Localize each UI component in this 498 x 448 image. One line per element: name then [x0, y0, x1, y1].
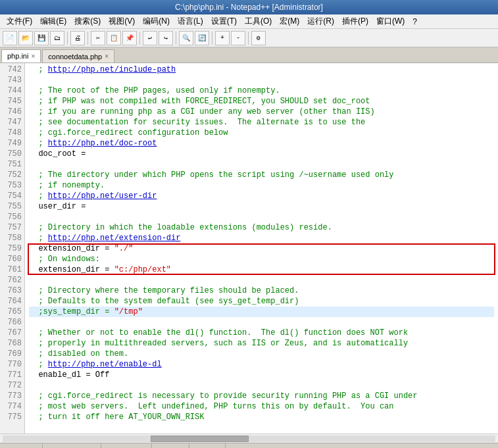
- line-number-767: 767: [3, 328, 22, 338]
- menu-item-运行(R)[interactable]: 运行(R): [303, 14, 338, 28]
- code-line-743: [29, 75, 494, 86]
- copy-btn[interactable]: 📋: [107, 31, 121, 45]
- menu-item-?[interactable]: ?: [409, 16, 421, 28]
- sep3: [139, 32, 140, 45]
- paste-btn[interactable]: 📌: [122, 31, 137, 45]
- menu-item-语言(L)[interactable]: 语言(L): [174, 14, 207, 28]
- status-bar: MS ini file length : 74,935 lines : 1,96…: [0, 443, 498, 448]
- code-line-750: doc_root =: [29, 149, 494, 159]
- scrollbar-thumb[interactable]: [151, 436, 249, 442]
- tab-tab1[interactable]: php.ini×: [1, 49, 41, 62]
- new-btn[interactable]: 📄: [3, 31, 17, 45]
- line-number-750: 750: [3, 149, 22, 159]
- sep6: [248, 32, 249, 45]
- code-area[interactable]: ; http://php.net/include-path ; The root…: [25, 63, 498, 434]
- scrollbar-track[interactable]: [3, 436, 495, 442]
- editor-container: 7427437447457467477487497507517527537547…: [0, 63, 498, 434]
- line-number-775: 775: [3, 412, 22, 422]
- redo-btn[interactable]: ↪: [159, 31, 173, 45]
- sep4: [176, 32, 176, 45]
- sep2: [87, 32, 88, 45]
- code-line-768: ; properly in multithreaded servers, suc…: [29, 338, 494, 349]
- line-number-747: 747: [3, 117, 22, 128]
- menu-item-宏(M)[interactable]: 宏(M): [276, 14, 303, 28]
- menu-item-视图(V)[interactable]: 视图(V): [105, 14, 139, 28]
- title-bar: C:\php\php.ini - Notepad++ [Administrato…: [0, 0, 498, 14]
- menu-item-工具(O)[interactable]: 工具(O): [241, 14, 276, 28]
- code-line-775: ; turn it off here AT_YOUR_OWN_RISK: [29, 412, 494, 422]
- tab-tab2[interactable]: connoetdata.php×: [42, 49, 114, 62]
- code-line-748: ; cgi.force_redirect configuration below: [29, 128, 494, 138]
- undo-btn[interactable]: ↩: [143, 31, 157, 45]
- line-number-773: 773: [3, 391, 22, 401]
- sep5: [212, 32, 212, 45]
- line-number-746: 746: [3, 107, 22, 117]
- code-line-760: ; On windows:: [29, 254, 494, 264]
- lines-status: lines : 1,961: [101, 443, 151, 448]
- line-number-758: 758: [3, 233, 22, 243]
- line-number-751: 751: [3, 159, 22, 170]
- code-line-751: [29, 159, 494, 170]
- line-number-770: 770: [3, 359, 22, 370]
- file-type-status: MS ini file: [3, 443, 43, 448]
- code-line-769: ; disabled on them.: [29, 349, 494, 359]
- horizontal-scrollbar[interactable]: [0, 434, 498, 443]
- save-btn[interactable]: 💾: [34, 31, 49, 45]
- line-number-769: 769: [3, 349, 22, 359]
- code-line-764: ; Defaults to the system default (see sy…: [29, 296, 494, 307]
- print-btn[interactable]: 🖨: [70, 31, 85, 45]
- line-number-771: 771: [3, 370, 22, 380]
- window-title: C:\php\php.ini - Notepad++ [Administrato…: [175, 3, 323, 12]
- zoom-out-btn[interactable]: -: [231, 31, 245, 45]
- line-number-743: 743: [3, 75, 22, 86]
- line-number-753: 753: [3, 180, 22, 191]
- replace-btn[interactable]: 🔄: [195, 31, 209, 45]
- code-line-746: ; if you are running php as a CGI under …: [29, 107, 494, 117]
- menu-bar: 文件(F)编辑(E)搜索(S)视图(V)编码(N)语言(L)设置(T)工具(O)…: [0, 14, 498, 29]
- code-line-773: ; cgi.force_redirect is necessary to pro…: [29, 391, 494, 401]
- col-status: Col : 23: [189, 443, 226, 448]
- pos-status: Pos : 31,291: [226, 443, 277, 448]
- menu-item-编码(N)[interactable]: 编码(N): [139, 14, 174, 28]
- line-number-742: 742: [3, 64, 22, 75]
- line-number-759: 759: [3, 243, 22, 254]
- open-btn[interactable]: 📂: [18, 31, 33, 45]
- code-line-772: [29, 380, 494, 391]
- menu-item-窗口(W)[interactable]: 窗口(W): [372, 14, 409, 28]
- line-number-748: 748: [3, 128, 22, 138]
- code-line-765: ;sys_temp_dir = "/tmp": [29, 307, 494, 317]
- code-line-755: user_dir =: [29, 201, 494, 212]
- line-number-763: 763: [3, 286, 22, 296]
- code-line-756: [29, 212, 494, 222]
- cut-btn[interactable]: ✂: [91, 31, 105, 45]
- code-line-753: ; if nonempty.: [29, 180, 494, 191]
- menu-item-文件(F)[interactable]: 文件(F): [3, 14, 36, 28]
- line-number-766: 766: [3, 317, 22, 328]
- menu-item-插件(P)[interactable]: 插件(P): [338, 14, 372, 28]
- menu-item-编辑(E)[interactable]: 编辑(E): [36, 14, 70, 28]
- code-line-742: ; http://php.net/include-path: [29, 64, 494, 75]
- settings-btn[interactable]: ⚙: [251, 31, 266, 45]
- code-line-771: enable_dl = Off: [29, 370, 494, 380]
- line-number-755: 755: [3, 201, 22, 212]
- menu-item-搜索(S)[interactable]: 搜索(S): [70, 14, 105, 28]
- code-line-763: ; Directory where the temporary files sh…: [29, 286, 494, 296]
- ln-status: Ln : 765: [152, 443, 189, 448]
- line-number-754: 754: [3, 191, 22, 201]
- tab-bar: php.ini×connoetdata.php×: [0, 47, 498, 63]
- code-line-754: ; http://php.net/user-dir: [29, 191, 494, 201]
- save-all-btn[interactable]: 🗂: [50, 31, 64, 45]
- menu-item-设置(T)[interactable]: 设置(T): [207, 14, 241, 28]
- tab-close-btn[interactable]: ×: [31, 53, 35, 60]
- find-btn[interactable]: 🔍: [179, 31, 193, 45]
- line-numbers: 7427437447457467477487497507517527537547…: [0, 63, 25, 434]
- code-line-749: ; http://php.net/doc-root: [29, 138, 494, 149]
- code-line-759: extension_dir = "./": [29, 243, 494, 254]
- tab-close-btn[interactable]: ×: [105, 53, 109, 60]
- zoom-in-btn[interactable]: +: [215, 31, 230, 45]
- code-line-757: ; Directory in which the loadable extens…: [29, 222, 494, 233]
- line-number-756: 756: [3, 212, 22, 222]
- line-number-749: 749: [3, 138, 22, 149]
- line-number-774: 774: [3, 401, 22, 412]
- code-line-744: ; The root of the PHP pages, used only i…: [29, 86, 494, 96]
